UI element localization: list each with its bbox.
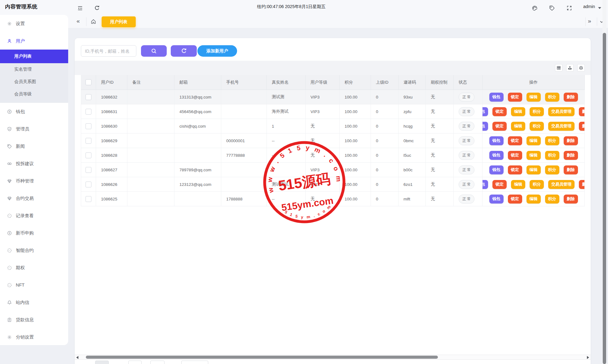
tag-icon[interactable] [549, 5, 555, 11]
sidebar-item-tag[interactable]: 新闻 [0, 138, 68, 155]
sidebar-subitem[interactable]: 会员等级 [0, 88, 68, 100]
tab-user-list[interactable]: 用户列表 [102, 16, 136, 27]
sidebar-item-circle[interactable]: 记录查看 [0, 207, 68, 224]
checkbox[interactable] [86, 109, 91, 115]
sidebar-item-clipboard[interactable]: 贷款信息 [0, 311, 68, 328]
action-red-button[interactable]: 删除 [564, 136, 578, 145]
sidebar-item-user[interactable]: 用户 [0, 32, 68, 50]
action-amber-button[interactable]: 积分 [545, 136, 559, 145]
action-amber-button[interactable]: 积分 [545, 151, 559, 160]
checkbox[interactable] [86, 79, 91, 85]
action-amber-button[interactable]: 积分 [530, 122, 544, 131]
action-amber-button[interactable]: 积分 [545, 195, 559, 204]
horizontal-scrollbar-thumb[interactable] [86, 356, 438, 359]
action-amber-button[interactable]: 编辑 [526, 93, 541, 102]
sidebar-item-diamond[interactable]: 币种管理 [0, 172, 68, 190]
checkbox[interactable] [86, 94, 91, 100]
add-user-button[interactable]: 添加新用户 [197, 45, 237, 57]
sidebar-subitem[interactable]: 用户列表 [0, 50, 68, 63]
cell-email: 456456@qq.com [174, 104, 221, 119]
refresh-page-icon[interactable] [94, 5, 100, 11]
action-red-button[interactable]: 删除 [564, 165, 578, 174]
action-amber-button[interactable]: 积分 [530, 107, 544, 116]
action-purple-button[interactable]: 钱包 [489, 136, 504, 145]
search-button[interactable] [141, 45, 167, 57]
checkbox[interactable] [86, 167, 91, 173]
sidebar-item-gear[interactable]: 分销设置 [0, 328, 68, 345]
action-purple-button[interactable]: 钱包 [482, 122, 488, 131]
print-icon[interactable] [577, 64, 585, 72]
action-red-button[interactable]: 锁定 [508, 165, 522, 174]
action-amber-button[interactable]: 积分 [545, 165, 559, 174]
export-icon[interactable] [566, 64, 574, 72]
action-amber-button[interactable]: 编辑 [526, 151, 541, 160]
theme-palette-icon[interactable] [532, 5, 538, 11]
action-red-button[interactable]: 删除 [579, 122, 585, 131]
pagination-button[interactable] [150, 361, 165, 364]
pagination-page-size-select[interactable] [181, 361, 208, 364]
action-amber-button[interactable]: 编辑 [526, 195, 541, 204]
search-input[interactable] [81, 45, 136, 57]
action-amber-button[interactable]: 交易员管理 [548, 122, 575, 131]
tabs-scroll-left-icon[interactable]: « [77, 18, 80, 24]
action-purple-button[interactable]: 钱包 [489, 93, 504, 102]
sidebar-item-dollar[interactable]: $新币申购 [0, 224, 68, 242]
sidebar-item-bell[interactable]: 站内信 [0, 294, 68, 311]
sidebar-item-circle[interactable]: NFT [0, 276, 68, 294]
action-red-button[interactable]: 锁定 [492, 107, 507, 116]
action-amber-button[interactable]: 交易员管理 [548, 180, 575, 189]
sidebar-item-gear[interactable]: 设置 [0, 15, 68, 32]
action-red-button[interactable]: 删除 [579, 180, 585, 189]
sidebar-subitem[interactable]: 实名管理 [0, 63, 68, 76]
admin-user-menu[interactable]: admin [583, 4, 595, 9]
sidebar-item-shield[interactable]: 管理员 [0, 120, 68, 138]
action-red-button[interactable]: 删除 [564, 151, 578, 160]
action-red-button[interactable]: 删除 [579, 107, 585, 116]
scroll-right-arrow-icon[interactable] [587, 356, 589, 359]
action-purple-button[interactable]: 钱包 [489, 165, 504, 174]
action-amber-button[interactable]: 编辑 [511, 107, 525, 116]
action-red-button[interactable]: 锁定 [508, 151, 522, 160]
sidebar-item-circle[interactable]: 期权 [0, 259, 68, 276]
checkbox[interactable] [86, 196, 91, 202]
refresh-list-button[interactable] [171, 45, 197, 57]
sidebar-item-diamond[interactable]: 合约交易 [0, 190, 68, 207]
action-amber-button[interactable]: 交易员管理 [548, 107, 575, 116]
action-purple-button[interactable]: 钱包 [489, 195, 504, 204]
pagination-button[interactable] [95, 361, 109, 364]
tabs-scroll-right-icon[interactable]: » [588, 18, 591, 24]
sidebar-item-link[interactable]: 投拆建议 [0, 155, 68, 172]
action-red-button[interactable]: 删除 [564, 93, 578, 102]
pagination-button[interactable] [128, 361, 142, 364]
vertical-scrollbar-thumb[interactable] [603, 33, 606, 364]
action-red-button[interactable]: 锁定 [492, 122, 507, 131]
action-amber-button[interactable]: 积分 [545, 93, 559, 102]
action-amber-button[interactable]: 编辑 [511, 180, 525, 189]
fullscreen-icon[interactable] [566, 5, 572, 11]
action-amber-button[interactable]: 积分 [530, 180, 544, 189]
action-red-button[interactable]: 锁定 [508, 93, 522, 102]
checkbox[interactable] [86, 138, 91, 144]
collapse-sidebar-icon[interactable] [77, 5, 83, 11]
action-purple-button[interactable]: 钱包 [482, 107, 488, 116]
sidebar-item-dollar[interactable]: $钱包 [0, 103, 68, 120]
column-settings-icon[interactable] [555, 64, 562, 72]
cell-level: 无 [306, 134, 340, 148]
action-purple-button[interactable]: 钱包 [482, 180, 488, 189]
scroll-left-arrow-icon[interactable] [76, 356, 78, 359]
checkbox[interactable] [86, 123, 91, 129]
sidebar-item-circle[interactable]: 智能合约 [0, 242, 68, 259]
action-amber-button[interactable]: 编辑 [526, 136, 541, 145]
checkbox[interactable] [86, 152, 91, 158]
action-amber-button[interactable]: 编辑 [511, 122, 525, 131]
action-purple-button[interactable]: 钱包 [489, 151, 504, 160]
sidebar-subitem[interactable]: 会员关系图 [0, 76, 68, 88]
horizontal-scrollbar[interactable] [75, 355, 591, 360]
action-red-button[interactable]: 锁定 [492, 180, 507, 189]
action-red-button[interactable]: 锁定 [508, 136, 522, 145]
action-amber-button[interactable]: 编辑 [526, 165, 541, 174]
action-red-button[interactable]: 删除 [564, 195, 578, 204]
home-tab-icon[interactable] [90, 19, 96, 24]
action-red-button[interactable]: 锁定 [508, 195, 522, 204]
checkbox[interactable] [86, 182, 91, 187]
